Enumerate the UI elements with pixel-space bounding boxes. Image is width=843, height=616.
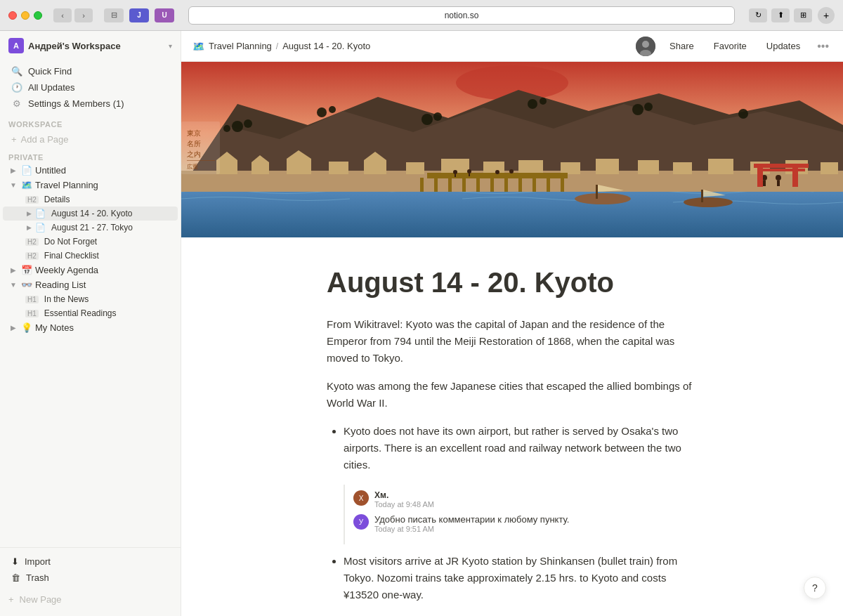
svg-point-65 xyxy=(509,169,514,173)
sidebar-item-quick-find[interactable]: 🔍 Quick Find xyxy=(3,63,178,79)
svg-point-60 xyxy=(453,170,457,174)
page-scroll[interactable]: 東京 名所 之内 広重 August 14 - 20. Kyoto From W… xyxy=(181,62,843,616)
sidebar-new-page[interactable]: + New Page xyxy=(0,589,181,610)
svg-rect-32 xyxy=(483,162,504,174)
reload-button[interactable]: ↻ xyxy=(749,8,767,22)
all-updates-label: All Updates xyxy=(28,82,74,93)
svg-rect-46 xyxy=(462,178,466,192)
plus-circle-icon: + xyxy=(8,594,14,605)
add-page-item[interactable]: + Add a Page xyxy=(3,131,178,148)
sidebar-item-do-not-forget[interactable]: H2 Do Not Forget xyxy=(3,235,178,249)
url-text: notion.so xyxy=(445,11,479,20)
sidebar-item-reading-list[interactable]: ▼ 👓 Reading List xyxy=(3,277,178,292)
new-tab-button[interactable]: + xyxy=(818,7,835,24)
page-paragraph-1: From Wikitravel: Kyoto was the capital o… xyxy=(327,316,698,367)
app-container: А Андрей's Workspace ▾ 🔍 Quick Find 🕐 Al… xyxy=(0,31,843,616)
toggle-icon: ▶ xyxy=(25,210,32,217)
titlebar: ‹ › ⊟ J U notion.so ↻ ⬆ ⊞ + xyxy=(0,0,843,31)
share-button[interactable]: Share xyxy=(664,38,700,54)
sidebar-item-settings[interactable]: ⚙ Settings & Members (1) xyxy=(3,96,178,112)
sidebar-item-travel-planning[interactable]: ▼ 🗺️ Travel Planning xyxy=(3,178,178,192)
svg-rect-43 xyxy=(420,178,424,192)
favorite-button[interactable]: Favorite xyxy=(708,38,752,54)
sidebar-item-in-the-news[interactable]: H1 In the News xyxy=(3,292,178,306)
comment-row-1: Х Хм. Today at 9:48 AM xyxy=(353,490,689,509)
topbar-actions: Share Favorite Updates ••• xyxy=(636,37,832,56)
sidebar-item-all-updates[interactable]: 🕐 All Updates xyxy=(3,79,178,96)
profile-icon-u[interactable]: U xyxy=(155,8,174,22)
svg-rect-53 xyxy=(561,178,564,192)
svg-rect-51 xyxy=(532,178,536,192)
svg-rect-78 xyxy=(187,160,215,161)
sidebar-item-untitled[interactable]: ▶ 📄 Untitled xyxy=(3,163,178,178)
topbar: 🗺️ Travel Planning / August 14 - 20. Kyo… xyxy=(181,31,843,62)
travel-planning-label: Travel Planning xyxy=(35,180,169,190)
sidebar-item-trash[interactable]: 🗑 Trash xyxy=(3,570,178,586)
close-button[interactable] xyxy=(8,11,17,20)
svg-rect-41 xyxy=(821,162,838,174)
page-paragraph-2: Kyoto was among the few Japanese cities … xyxy=(327,378,698,412)
sidebar-item-my-notes[interactable]: ▶ 💡 My Notes xyxy=(3,320,178,335)
svg-point-11 xyxy=(329,106,336,113)
breadcrumb: 🗺️ Travel Planning / August 14 - 20. Kyo… xyxy=(192,41,370,52)
workspace-header[interactable]: А Андрей's Workspace ▾ xyxy=(0,31,181,60)
sidebar-footer: ⬇ Import 🗑 Trash + New Page xyxy=(0,547,181,616)
browser-actions: ↻ ⬆ ⊞ xyxy=(749,8,812,22)
share-browser-button[interactable]: ⬆ xyxy=(771,8,790,22)
profile-icon-j[interactable]: J xyxy=(129,8,149,22)
more-menu-button[interactable]: ••• xyxy=(814,37,832,55)
comment-time-1: Today at 9:48 AM xyxy=(374,500,434,509)
svg-rect-58 xyxy=(701,190,703,202)
commenter-avatar-1: Х xyxy=(353,490,369,506)
sidebar-item-details[interactable]: H2 Details xyxy=(3,192,178,207)
sidebar-toggle-icon[interactable]: ⊟ xyxy=(104,8,124,22)
svg-point-12 xyxy=(422,114,433,125)
main-content: 🗺️ Travel Planning / August 14 - 20. Kyo… xyxy=(181,31,843,616)
commenter-avatar-2: У xyxy=(353,514,369,530)
bullet-item-2: Most visitors arrive at JR Kyoto station… xyxy=(344,553,698,603)
page-title: August 14 - 20. Kyoto xyxy=(327,266,698,299)
help-button[interactable]: ? xyxy=(804,577,826,599)
sidebar-item-final-checklist[interactable]: H2 Final Checklist xyxy=(3,249,178,263)
comment-row-2: У Удобно писать комментарии к любому пун… xyxy=(353,514,689,533)
august-14-20-label: August 14 - 20. Kyoto xyxy=(51,209,132,218)
sidebar-item-august-21-27[interactable]: ▶ 📄 August 21 - 27. Tokyo xyxy=(3,221,178,235)
sidebar-nav: 🔍 Quick Find 🕐 All Updates ⚙ Settings & … xyxy=(0,60,181,114)
svg-point-16 xyxy=(632,104,643,115)
breadcrumb-current: August 14 - 20. Kyoto xyxy=(282,41,370,51)
forward-button[interactable]: › xyxy=(74,8,93,22)
svg-rect-47 xyxy=(476,178,480,192)
svg-rect-23 xyxy=(251,162,269,174)
updates-button[interactable]: Updates xyxy=(761,38,806,54)
svg-text:名所: 名所 xyxy=(187,140,201,148)
weekly-agenda-label: Weekly Agenda xyxy=(35,265,169,275)
nav-buttons: ‹ › xyxy=(53,8,93,22)
final-checklist-label: Final Checklist xyxy=(44,251,99,261)
minimize-button[interactable] xyxy=(21,11,30,20)
svg-rect-37 xyxy=(673,162,692,174)
svg-rect-38 xyxy=(708,159,733,174)
maximize-button[interactable] xyxy=(34,11,42,20)
svg-rect-63 xyxy=(469,173,470,176)
tabs-button[interactable]: ⊞ xyxy=(794,8,812,22)
sidebar-item-weekly-agenda[interactable]: ▶ 📅 Weekly Agenda xyxy=(3,263,178,277)
map-icon: 🗺️ xyxy=(21,180,32,190)
svg-point-54 xyxy=(575,193,631,204)
glasses-icon: 👓 xyxy=(21,280,32,290)
sidebar-item-august-14-20[interactable]: ▶ 📄 August 14 - 20. Kyoto xyxy=(3,207,178,221)
import-icon: ⬇ xyxy=(11,556,19,567)
svg-rect-50 xyxy=(518,178,522,192)
sidebar-item-import[interactable]: ⬇ Import xyxy=(3,553,178,570)
in-the-news-label: In the News xyxy=(44,294,89,304)
back-button[interactable]: ‹ xyxy=(53,8,72,22)
svg-point-9 xyxy=(223,125,230,132)
breadcrumb-parent[interactable]: Travel Planning xyxy=(209,41,272,51)
url-bar[interactable]: notion.so xyxy=(188,6,735,25)
svg-rect-48 xyxy=(490,178,494,192)
import-label: Import xyxy=(25,556,51,567)
sidebar-item-essential-readings[interactable]: H1 Essential Readings xyxy=(3,306,178,320)
svg-text:広重: 広重 xyxy=(187,164,198,170)
settings-label: Settings & Members (1) xyxy=(28,98,124,109)
svg-rect-72 xyxy=(754,164,809,168)
svg-rect-35 xyxy=(596,159,619,174)
